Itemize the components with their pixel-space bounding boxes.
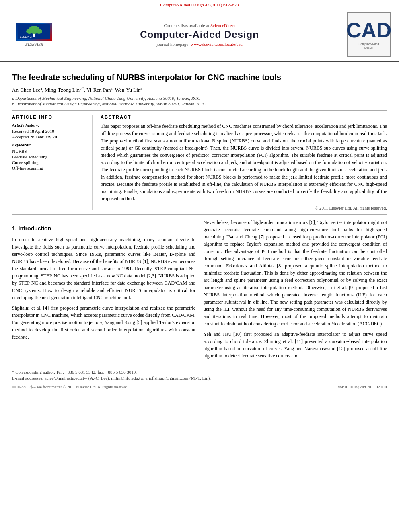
svg-point-3 <box>26 29 33 34</box>
journal-citation: Computer-Aided Design 43 (2011) 612–628 <box>160 2 239 7</box>
history-label: Article history: <box>12 123 86 127</box>
abstract-column: ABSTRACT This paper proposes an off-line… <box>101 115 387 210</box>
article-info-column: ARTICLE INFO Article history: Received 1… <box>12 115 93 210</box>
body-col-left: 1. Introduction In order to achieve high… <box>12 219 195 363</box>
copyright-line: © 2011 Elsevier Ltd. All rights reserved… <box>101 205 387 210</box>
abstract-heading: ABSTRACT <box>101 115 387 119</box>
journal-citation-bar: Computer-Aided Design 43 (2011) 612–628 <box>0 0 399 8</box>
keyword-2: Feedrate scheduling <box>12 154 86 159</box>
keywords-label: Keywords: <box>12 142 86 147</box>
keywords-section: Keywords: NURBS Feedrate scheduling Curv… <box>12 142 86 170</box>
svg-text:ELSEVIER: ELSEVIER <box>20 35 33 38</box>
keyword-1: NURBS <box>12 149 86 154</box>
received-date: Received 18 April 2010 <box>12 129 86 134</box>
section-divider-2 <box>12 214 387 215</box>
author-3-sup: a <box>111 86 113 90</box>
body-content: 1. Introduction In order to achieve high… <box>12 219 387 363</box>
elsevier-logo-box: ELSEVIER <box>16 23 52 41</box>
article-info-abstract: ARTICLE INFO Article history: Received 1… <box>12 115 387 210</box>
body-para-2: Shpitalni et al. [4] first proposed para… <box>12 304 195 341</box>
author-4-sup: a <box>140 86 142 90</box>
article-footer: * Corresponding author. Tel.: +886 5 631… <box>12 367 387 389</box>
author-4: Wen-Yu Lin <box>115 87 141 93</box>
footnote-emails: E-mail addresses: aclee@mail.nctu.edu.tw… <box>12 376 387 380</box>
article-title: The feedrate scheduling of NURBS interpo… <box>12 72 387 82</box>
footer-bottom: 0010-4485/$ – see front matter © 2011 El… <box>12 383 387 389</box>
elsevier-name: ELSEVIER <box>25 42 43 47</box>
cad-logo-box: CAD Computer-AidedDesign <box>347 12 391 57</box>
issn-line: 0010-4485/$ – see front matter © 2011 El… <box>12 385 128 389</box>
journal-title-area: Contents lists available at ScienceDirec… <box>60 23 339 47</box>
affiliation-a: a Department of Mechanical Engineering, … <box>12 96 387 101</box>
accepted-date: Accepted 26 February 2011 <box>12 134 86 139</box>
email-label: E-mail addresses: <box>12 376 43 380</box>
authors-line: An-Chen Leea, Ming-Tzong Linb,*, Yi-Ren … <box>12 86 387 93</box>
author-2-sup: b,* <box>80 86 84 90</box>
email-addresses: aclee@mail.nctu.edu.tw (A.-C. Lee), mtli… <box>45 376 211 380</box>
body-para-3: Nevertheless, because of high-order trun… <box>204 219 387 327</box>
keyword-4: Off-line scanning <box>12 166 86 170</box>
cad-logo-text: CAD <box>346 20 392 41</box>
cad-logo-area: CAD Computer-AidedDesign <box>339 12 391 57</box>
author-1: An-Chen Lee <box>12 87 40 93</box>
article-info-heading: ARTICLE INFO <box>12 115 86 119</box>
author-1-sup: a <box>40 86 42 90</box>
cad-logo-subtitle: Computer-AidedDesign <box>359 42 379 49</box>
contents-note: Contents lists available at ScienceDirec… <box>60 23 339 28</box>
doi-line: doi:10.1016/j.cad.2011.02.014 <box>338 385 387 389</box>
homepage-url[interactable]: www.elsevier.com/locate/cad <box>191 42 243 47</box>
sciencedirect-link[interactable]: ScienceDirect <box>210 23 235 28</box>
keyword-3: Curve splitting <box>12 160 86 165</box>
footnote-corresponding: * Corresponding author. Tel.: +886 5 631… <box>12 370 387 374</box>
affiliation-b: b Department of Mechanical Design Engine… <box>12 101 387 106</box>
svg-point-4 <box>36 29 42 34</box>
body-para-1: In order to achieve high-speed and high-… <box>12 236 195 301</box>
elsevier-logo: ELSEVIER ELSEVIER <box>8 23 60 47</box>
journal-header: ELSEVIER ELSEVIER Contents lists availab… <box>0 8 399 62</box>
body-para-4: Yeh and Hsu [10] first proposed an adapt… <box>204 331 387 359</box>
author-2: Ming-Tzong Lin <box>45 87 80 93</box>
author-3: Yi-Ren Pan <box>86 87 111 93</box>
journal-homepage: journal homepage: www.elsevier.com/locat… <box>60 42 339 47</box>
body-col-right: Nevertheless, because of high-order trun… <box>204 219 387 363</box>
section-divider-1 <box>12 110 387 111</box>
journal-main-title: Computer-Aided Design <box>60 29 339 40</box>
section-1-heading: 1. Introduction <box>12 224 195 233</box>
article-content: The feedrate scheduling of NURBS interpo… <box>0 62 399 397</box>
abstract-text: This paper proposes an off-line feedrate… <box>101 123 387 202</box>
elsevier-logo-area: ELSEVIER ELSEVIER <box>8 23 60 47</box>
